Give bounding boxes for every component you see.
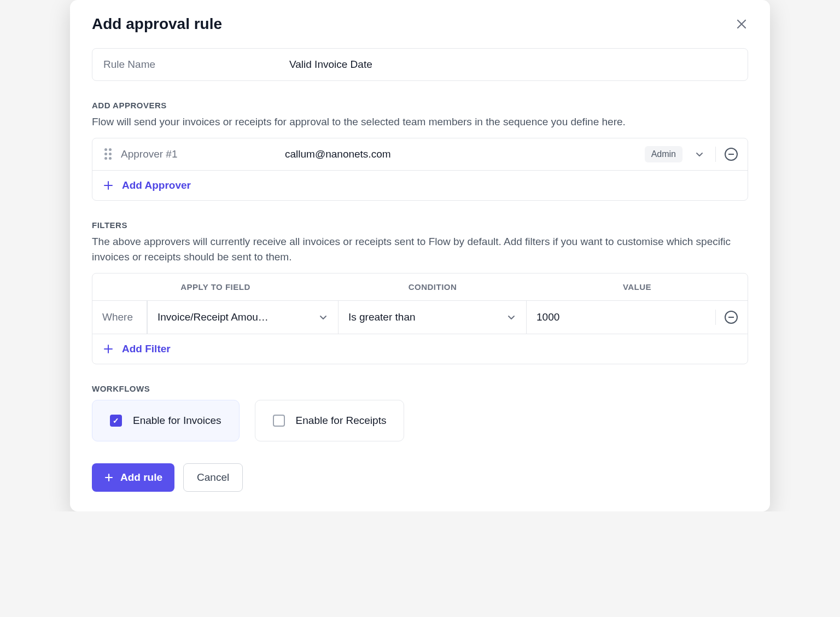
- workflow-receipts-toggle[interactable]: Enable for Receipts: [255, 400, 405, 441]
- filters-header-row: APPLY TO FIELD CONDITION VALUE: [92, 273, 748, 301]
- modal-title: Add approval rule: [92, 15, 222, 33]
- filter-field-select[interactable]: Invoice/Receipt Amou…: [147, 301, 339, 334]
- filter-row: Where Invoice/Receipt Amou… Is greater t…: [92, 301, 748, 334]
- divider: [715, 310, 716, 325]
- divider: [715, 147, 716, 162]
- add-filter-label: Add Filter: [122, 343, 171, 355]
- add-rule-label: Add rule: [120, 472, 162, 484]
- approvers-section-desc: Flow will send your invoices or receipts…: [92, 114, 748, 130]
- rule-name-label: Rule Name: [103, 59, 289, 71]
- filter-field-value: Invoice/Receipt Amou…: [158, 311, 269, 323]
- add-approver-button[interactable]: Add Approver: [92, 171, 748, 200]
- rule-name-field[interactable]: Rule Name Valid Invoice Date: [92, 48, 748, 81]
- plus-icon: [102, 343, 114, 355]
- workflow-invoices-label: Enable for Invoices: [133, 415, 221, 427]
- filters-col-apply: APPLY TO FIELD: [92, 282, 339, 292]
- filter-condition-select[interactable]: Is greater than: [339, 301, 527, 334]
- drag-handle-icon[interactable]: [102, 148, 113, 160]
- add-filter-button[interactable]: Add Filter: [92, 334, 748, 364]
- chevron-down-icon: [506, 312, 516, 322]
- chevron-down-icon: [695, 149, 704, 159]
- modal-header: Add approval rule: [92, 15, 748, 33]
- add-rule-button[interactable]: Add rule: [92, 463, 174, 492]
- filters-section-desc: The above approvers will currently recei…: [92, 234, 748, 265]
- filters-section-title: FILTERS: [92, 220, 748, 230]
- filter-value: 1000: [536, 311, 559, 323]
- approver-dropdown[interactable]: [695, 149, 704, 159]
- approvers-section-title: ADD APPROVERS: [92, 101, 748, 110]
- filters-table: APPLY TO FIELD CONDITION VALUE Where Inv…: [92, 273, 748, 364]
- workflow-invoices-toggle[interactable]: Enable for Invoices: [92, 400, 240, 441]
- add-approver-label: Add Approver: [122, 179, 191, 191]
- filter-where-label: Where: [92, 301, 147, 334]
- close-icon: [737, 19, 746, 29]
- filter-value-input[interactable]: 1000: [527, 301, 748, 334]
- approvers-list: Approver #1 callum@nanonets.com Admin Ad…: [92, 138, 748, 201]
- plus-icon: [102, 179, 114, 191]
- rule-name-value: Valid Invoice Date: [289, 59, 372, 71]
- remove-approver-button[interactable]: [725, 148, 738, 161]
- plus-icon: [104, 473, 114, 482]
- workflows-options: Enable for Invoices Enable for Receipts: [92, 400, 748, 441]
- chevron-down-icon: [318, 312, 328, 322]
- close-button[interactable]: [735, 18, 748, 31]
- approver-role-badge: Admin: [645, 146, 682, 162]
- remove-filter-button[interactable]: [725, 311, 738, 324]
- approver-email: callum@nanonets.com: [285, 148, 645, 160]
- add-approval-rule-modal: Add approval rule Rule Name Valid Invoic…: [70, 0, 770, 511]
- checkbox-unchecked-icon: [273, 415, 285, 427]
- workflows-section-title: WORKFLOWS: [92, 384, 748, 393]
- approver-label: Approver #1: [121, 148, 285, 160]
- footer-actions: Add rule Cancel: [92, 463, 748, 492]
- filters-col-condition: CONDITION: [339, 282, 527, 292]
- filter-condition-value: Is greater than: [348, 311, 416, 323]
- approver-row: Approver #1 callum@nanonets.com Admin: [92, 138, 748, 171]
- cancel-button[interactable]: Cancel: [183, 463, 243, 492]
- filters-col-value: VALUE: [527, 282, 748, 292]
- workflow-receipts-label: Enable for Receipts: [296, 415, 387, 427]
- checkbox-checked-icon: [110, 415, 122, 427]
